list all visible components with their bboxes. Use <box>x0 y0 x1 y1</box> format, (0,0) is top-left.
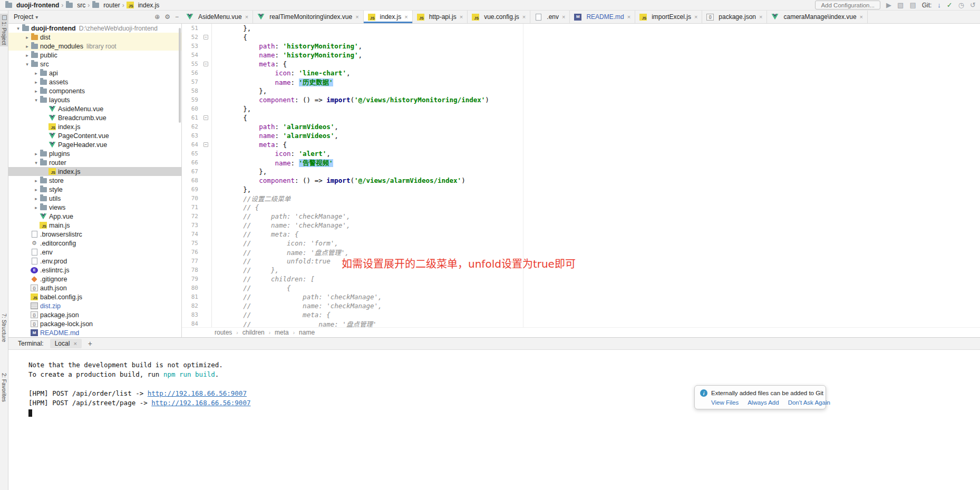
tab-close-icon[interactable]: × <box>460 14 463 20</box>
project-view-selector[interactable]: Project <box>14 13 33 21</box>
chevron-right-icon[interactable]: ▸ <box>33 205 40 210</box>
terminal-tab-local[interactable]: Local × <box>50 339 82 348</box>
editor-breadcrumb-item-children[interactable]: children <box>242 329 265 336</box>
chevron-right-icon[interactable]: ▸ <box>24 44 31 49</box>
tab-close-icon[interactable]: × <box>245 14 248 20</box>
tree-item-api[interactable]: ▸api <box>8 68 181 77</box>
tree-item-node-modules[interactable]: ▸node_moduleslibrary root <box>8 42 181 51</box>
tree-item-readme-md[interactable]: README.md <box>8 328 181 337</box>
terminal-link[interactable]: http://192.168.66.56:9007 <box>148 389 247 397</box>
tree-item-assets[interactable]: ▸assets <box>8 77 181 86</box>
tree-item-eslintrc-js[interactable]: .eslintrc.js <box>8 266 181 275</box>
chevron-right-icon[interactable]: ▸ <box>24 35 31 40</box>
tree-item-plugins[interactable]: ▸plugins <box>8 149 181 158</box>
new-terminal-icon[interactable]: + <box>88 339 92 348</box>
tree-item-babel-config-js[interactable]: babel.config.js <box>8 292 181 301</box>
editor-tab-asidemenu-vue[interactable]: AsideMenu.vue× <box>182 11 253 23</box>
tree-item-browserslistrc[interactable]: .browserslistrc <box>8 230 181 239</box>
tree-item-app-vue[interactable]: App.vue <box>8 212 181 221</box>
tree-item-package-lock-json[interactable]: package-lock.json <box>8 319 181 328</box>
chevron-right-icon[interactable]: ▸ <box>33 178 40 183</box>
tree-item-src[interactable]: ▾src <box>8 60 181 68</box>
chevron-right-icon[interactable]: ▸ <box>33 187 40 192</box>
tool-strip-item-1-project[interactable]: 1: Project <box>0 14 8 46</box>
git-update-icon[interactable]: ↓ <box>937 2 941 8</box>
tree-item-gitignore[interactable]: .gitignore <box>8 275 181 283</box>
tab-close-icon[interactable]: × <box>860 14 863 20</box>
tree-item-editorconfig[interactable]: .editorconfig <box>8 239 181 248</box>
chevron-right-icon[interactable]: ▸ <box>33 196 40 201</box>
tree-item-env[interactable]: .env <box>8 248 181 257</box>
gear-icon[interactable]: ⚙ <box>164 13 170 21</box>
tree-item-index-js[interactable]: index.js <box>8 122 181 131</box>
chevron-right-icon[interactable]: ▸ <box>24 53 31 58</box>
tree-item-style[interactable]: ▸style <box>8 185 181 194</box>
tree-item-breadcrumb-vue[interactable]: Breadcrumb.vue <box>8 113 181 122</box>
breadcrumb-item-src[interactable]: src <box>64 2 87 9</box>
fold-icon[interactable]: − <box>203 142 208 147</box>
close-icon[interactable]: × <box>73 340 76 347</box>
code-area[interactable]: 51 },52− {53 path: 'historyMonitoring',5… <box>182 24 980 327</box>
tree-item-auth-json[interactable]: auth.json <box>8 283 181 292</box>
tree-item-duoji-frontend[interactable]: ▾duoji-frontendD:\zheheWeb\duoji-fronten… <box>8 24 181 33</box>
tree-item-dist[interactable]: ▸dist <box>8 33 181 42</box>
tree-item-views[interactable]: ▸views <box>8 203 181 212</box>
tab-close-icon[interactable]: × <box>562 14 565 20</box>
notification-link-view-files[interactable]: View Files <box>711 399 739 406</box>
tree-item-router[interactable]: ▾router <box>8 158 181 167</box>
tab-close-icon[interactable]: × <box>627 14 630 20</box>
git-commit-icon[interactable]: ✓ <box>947 2 953 8</box>
editor-tab-vue-config-js[interactable]: vue.config.js× <box>468 11 530 23</box>
editor-tab-env[interactable]: .env× <box>530 11 570 23</box>
terminal-output[interactable]: Note that the development build is not o… <box>8 350 980 490</box>
tree-item-public[interactable]: ▸public <box>8 51 181 60</box>
tab-close-icon[interactable]: × <box>759 14 762 20</box>
tree-item-main-js[interactable]: main.js <box>8 221 181 230</box>
chevron-right-icon[interactable]: ▸ <box>33 89 40 94</box>
locate-file-icon[interactable]: ⊕ <box>154 13 160 21</box>
breadcrumb-item-index-js[interactable]: index.js <box>125 2 161 9</box>
tree-item-asidemenu-vue[interactable]: AsideMenu.vue <box>8 104 181 113</box>
tree-item-package-json[interactable]: package.json <box>8 310 181 319</box>
chevron-down-icon[interactable]: ▾ <box>15 26 22 31</box>
profiler-icon[interactable]: ▤ <box>909 2 916 8</box>
rollback-icon[interactable]: ↺ <box>970 2 976 8</box>
breadcrumb-item-router[interactable]: router <box>90 2 121 9</box>
tree-item-dist-zip[interactable]: dist.zip <box>8 301 181 310</box>
tab-close-icon[interactable]: × <box>522 14 526 20</box>
tool-strip-item-2-favorites[interactable]: 2: Favorites <box>0 371 8 404</box>
tree-item-env-prod[interactable]: .env.prod <box>8 257 181 266</box>
notification-link-don-t-ask-again[interactable]: Don't Ask Again <box>788 399 830 406</box>
tab-close-icon[interactable]: × <box>355 14 358 20</box>
tree-scrollbar[interactable] <box>179 28 181 123</box>
editor-tab-http-api-js[interactable]: http-api.js× <box>413 11 468 23</box>
editor-breadcrumb-item-meta[interactable]: meta <box>275 329 289 336</box>
fold-icon[interactable]: − <box>203 62 208 66</box>
chevron-down-icon[interactable]: ▾ <box>24 62 31 67</box>
debug-icon[interactable]: ▧ <box>897 2 904 8</box>
hide-panel-icon[interactable]: − <box>175 13 179 21</box>
editor-breadcrumb-item-routes[interactable]: routes <box>215 329 232 336</box>
editor-breadcrumb-item-name[interactable]: name <box>299 329 315 336</box>
chevron-right-icon[interactable]: ▸ <box>33 71 40 76</box>
add-configuration-button[interactable]: Add Configuration... <box>815 1 880 9</box>
tree-item-pageheader-vue[interactable]: PageHeader.vue <box>8 140 181 149</box>
editor-tab-cameramanage-index-vue[interactable]: cameraManage\index.vue× <box>767 11 868 23</box>
notification-link-always-add[interactable]: Always Add <box>748 399 779 406</box>
editor-tab-importexcel-js[interactable]: importExcel.js× <box>635 11 702 23</box>
tool-strip-item-7-structure[interactable]: 7: Structure <box>0 312 8 344</box>
chevron-right-icon[interactable]: ▸ <box>33 151 40 156</box>
editor-tab-realtimemonitoring-index-vue[interactable]: realTimeMonitoring\index.vue× <box>253 11 363 23</box>
breadcrumb-item-duoji-frontend[interactable]: duoji-frontend <box>3 2 61 9</box>
chevron-down-icon[interactable]: ▾ <box>33 160 40 165</box>
tree-item-index-js[interactable]: index.js <box>8 167 181 176</box>
tree-item-pagecontent-vue[interactable]: PageContent.vue <box>8 131 181 140</box>
chevron-down-icon[interactable]: ▾ <box>33 97 40 103</box>
fold-icon[interactable]: − <box>203 115 208 120</box>
editor-tab-index-js[interactable]: index.js× <box>364 11 413 23</box>
terminal-link[interactable]: http://192.168.66.56:9007 <box>151 399 250 407</box>
tree-item-utils[interactable]: ▸utils <box>8 194 181 203</box>
tree-item-components[interactable]: ▸components <box>8 86 181 95</box>
tab-close-icon[interactable]: × <box>404 14 407 20</box>
fold-icon[interactable]: − <box>203 35 208 40</box>
